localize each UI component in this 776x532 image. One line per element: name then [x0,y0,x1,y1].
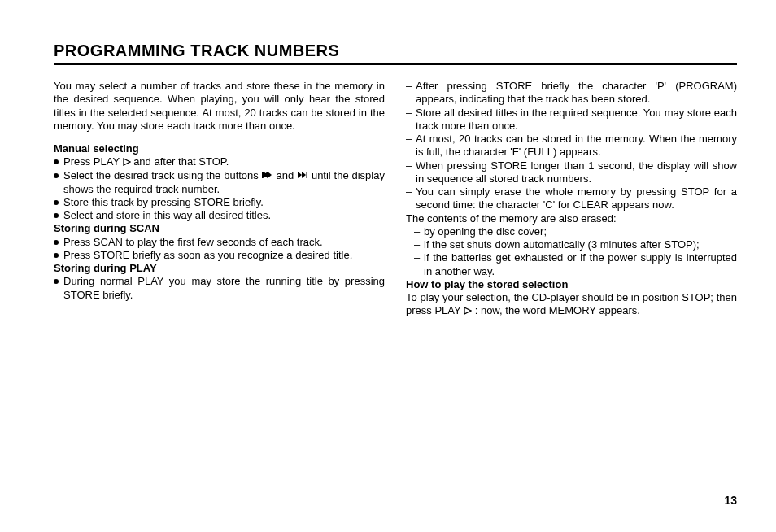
erase-item-2: if the set shuts down automatically (3 m… [406,238,737,251]
storing-scan-heading: Storing during SCAN [54,222,385,235]
left-column: You may select a number of tracks and st… [54,80,385,318]
right-item-5: You can simply erase the whole memory by… [406,185,737,212]
text: : now, the word MEMORY appears. [475,304,640,316]
document-page: { "title": "PROGRAMMING TRACK NUMBERS", … [0,0,776,532]
scan-step-2: Press STORE briefly as soon as you recog… [54,249,385,262]
manual-step-2: Select the desired track using the butto… [54,169,385,196]
right-item-2: Store all desired titles in the required… [406,107,737,133]
manual-step-4: Select and store in this way all desired… [54,209,385,222]
page-title: PROGRAMMING TRACK NUMBERS [54,41,737,65]
columns: You may select a number of tracks and st… [54,80,737,318]
text: Select the desired track using the butto… [63,169,262,181]
play-icon [464,305,472,318]
svg-marker-9 [464,307,471,314]
text: and [277,169,298,181]
play-icon [123,156,131,169]
manual-step-1: Press PLAY and after that STOP. [54,155,385,169]
storing-play-heading: Storing during PLAY [54,262,385,275]
manual-step-3: Store this track by pressing STORE brief… [54,196,385,209]
scan-step-1: Press SCAN to play the first few seconds… [54,236,385,249]
next-track-icon [297,169,308,182]
page-number: 13 [724,494,737,508]
howto-text: To play your selection, the CD-player sh… [406,291,737,318]
svg-marker-5 [268,172,272,178]
prev-track-icon [262,169,273,182]
erase-item-1: by opening the disc cover; [406,225,737,238]
erase-intro: The contents of the memory are also eras… [406,212,737,225]
intro-paragraph: You may select a number of tracks and st… [54,80,385,133]
svg-marker-0 [124,159,130,165]
right-item-4: When pressing STORE longer than 1 second… [406,159,737,186]
play-step-1: During normal PLAY you may store the run… [54,275,385,302]
right-item-3: At most, 20 tracks can be stored in the … [406,133,737,159]
howto-heading: How to play the stored selection [406,278,737,291]
svg-marker-6 [298,172,302,178]
text: and after that STOP. [133,155,229,168]
erase-item-3: if the batteries get exhausted or if the… [406,251,737,278]
right-item-1: After pressing STORE briefly the charact… [406,80,737,107]
svg-marker-7 [302,172,306,178]
svg-rect-8 [307,172,308,178]
manual-selecting-heading: Manual selecting [54,142,385,155]
right-column: After pressing STORE briefly the charact… [406,80,737,318]
text: Press PLAY [63,155,123,168]
